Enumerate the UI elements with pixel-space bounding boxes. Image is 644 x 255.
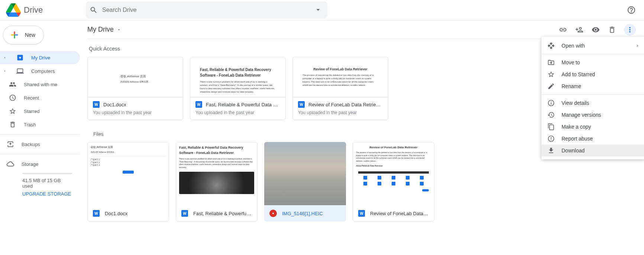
delete-button[interactable] xyxy=(608,25,617,34)
menu-item-open-with[interactable]: Open with xyxy=(541,40,644,52)
menu-item-view-details[interactable]: View details xyxy=(541,97,644,109)
search-options-dropdown[interactable] xyxy=(313,4,324,16)
context-menu: Open withMove toAdd to StarredRenameView… xyxy=(541,37,644,159)
word-icon: W xyxy=(298,101,305,108)
file-card[interactable]: IMG_5146[1].HEIC xyxy=(264,142,346,222)
star-icon xyxy=(547,71,555,78)
star-icon xyxy=(9,107,16,115)
menu-separator xyxy=(541,54,644,54)
menu-item-label: Add to Starred xyxy=(562,71,595,77)
quick-access-card[interactable]: Fast, Reliable & Powerful Data Recovery … xyxy=(190,57,286,120)
history-icon xyxy=(547,111,555,119)
file-name: Review of FoneLab Data Re... xyxy=(370,211,429,216)
word-icon: W xyxy=(93,210,100,217)
sidebar-item-trash[interactable]: Trash xyxy=(0,118,80,131)
file-thumbnail: Fast, Reliable & Powerful Data Recovery … xyxy=(190,57,285,97)
preview-button[interactable] xyxy=(591,25,600,34)
help-button[interactable] xyxy=(626,5,637,15)
menu-item-label: Download xyxy=(562,148,585,154)
move-icon xyxy=(547,59,555,66)
file-thumbnail: Review of FoneLab Data RetrieverThe proc… xyxy=(353,142,434,206)
sidebar-item-my-drive[interactable]: My Drive xyxy=(0,51,80,64)
sidebar-item-label: Storage xyxy=(22,161,39,167)
file-thumbnail: Review of FoneLab Data RetrieverThe proc… xyxy=(293,57,388,97)
word-icon: W xyxy=(93,101,100,108)
rename-icon xyxy=(547,83,555,90)
app-name: Drive xyxy=(24,5,43,15)
file-card[interactable]: Fast, Reliable & Powerful Data Recovery … xyxy=(176,142,258,222)
file-card[interactable]: 谷歌 AdSense 页面您的旧有 AdSense 资料页面...广告单元 1广… xyxy=(87,142,169,222)
file-name: Doc1.docx xyxy=(103,102,126,107)
file-name: IMG_5146[1].HEIC xyxy=(282,211,323,216)
file-thumbnail: 谷歌 AdSense 页面您的旧有 AdSense 资料页面... xyxy=(88,57,183,97)
file-card[interactable]: Review of FoneLab Data RetrieverThe proc… xyxy=(353,142,434,222)
menu-item-rename[interactable]: Rename xyxy=(541,80,644,92)
trash-icon xyxy=(9,121,16,128)
file-subtitle: You uploaded in the past year xyxy=(298,110,383,115)
backup-icon xyxy=(7,141,14,148)
menu-item-add-to-starred[interactable]: Add to Starred xyxy=(541,68,644,80)
menu-item-label: Move to xyxy=(562,59,580,65)
logo-area[interactable]: Drive xyxy=(6,3,86,17)
file-name: Review of FoneLab Data Retriever - t... xyxy=(308,102,383,107)
sidebar-item-starred[interactable]: Starred xyxy=(0,104,80,118)
storage-bar xyxy=(22,173,72,174)
quick-access-card[interactable]: 谷歌 AdSense 页面您的旧有 AdSense 资料页面...WDoc1.d… xyxy=(87,57,183,120)
sidebar-item-label: Recent xyxy=(24,95,39,101)
clock-icon xyxy=(9,94,16,101)
drive-icon xyxy=(16,54,24,61)
menu-item-move-to[interactable]: Move to xyxy=(541,57,644,68)
sidebar-item-shared-with-me[interactable]: Shared with me xyxy=(0,78,80,91)
file-name: Fast, Reliable & Powerful D... xyxy=(193,211,252,216)
chevron-right-icon xyxy=(635,43,640,48)
info-icon xyxy=(547,99,555,107)
sidebar-item-backups[interactable]: Backups xyxy=(0,138,80,151)
report-icon xyxy=(547,135,555,142)
sidebar-item-label: Shared with me xyxy=(24,82,57,87)
new-button[interactable]: New xyxy=(3,26,44,44)
new-button-label: New xyxy=(25,32,35,38)
upgrade-storage-link[interactable]: UPGRADE STORAGE xyxy=(22,191,72,197)
sidebar-item-computers[interactable]: Computers xyxy=(0,64,80,78)
word-icon: W xyxy=(358,210,365,217)
file-name: Doc1.docx xyxy=(105,211,127,216)
word-icon: W xyxy=(181,210,188,217)
menu-item-label: Make a copy xyxy=(562,124,591,130)
sidebar-item-storage[interactable]: Storage xyxy=(0,157,80,171)
menu-item-manage-versions[interactable]: Manage versions xyxy=(541,109,644,121)
breadcrumb[interactable]: My Drive xyxy=(87,26,121,33)
sidebar-item-label: My Drive xyxy=(31,55,50,61)
search-bar[interactable] xyxy=(86,1,327,19)
link-icon xyxy=(559,26,567,34)
sidebar-item-label: Computers xyxy=(31,68,55,74)
dropdown-icon xyxy=(314,6,322,14)
drive-logo-icon xyxy=(6,3,21,17)
more-actions-button[interactable] xyxy=(624,24,636,36)
word-icon: W xyxy=(195,101,202,108)
search-input[interactable] xyxy=(98,7,313,13)
open-with-icon xyxy=(547,42,555,49)
quick-access-card[interactable]: Review of FoneLab Data RetrieverThe proc… xyxy=(292,57,388,120)
svg-point-1 xyxy=(272,213,274,214)
people-icon xyxy=(9,81,16,88)
share-button[interactable] xyxy=(575,25,584,34)
sidebar-item-recent[interactable]: Recent xyxy=(0,91,80,104)
get-link-button[interactable] xyxy=(559,25,567,34)
sidebar-item-label: Starred xyxy=(24,109,40,114)
plus-icon xyxy=(9,30,20,40)
sidebar-item-label: Trash xyxy=(24,122,36,128)
menu-item-download[interactable]: Download xyxy=(541,145,644,156)
breadcrumb-label: My Drive xyxy=(87,26,114,33)
image-icon xyxy=(269,210,277,217)
menu-item-make-a-copy[interactable]: Make a copy xyxy=(541,121,644,133)
sidebar-item-label: Backups xyxy=(22,142,40,147)
copy-icon xyxy=(547,123,555,130)
menu-separator xyxy=(541,94,644,95)
person-add-icon xyxy=(575,26,583,34)
cloud-icon xyxy=(7,160,14,168)
help-icon xyxy=(627,6,636,14)
file-thumbnail: 谷歌 AdSense 页面您的旧有 AdSense 资料页面...广告单元 1广… xyxy=(88,142,169,206)
computer-icon xyxy=(16,67,24,75)
menu-item-report-abuse[interactable]: Report abuse xyxy=(541,133,644,145)
expand-icon xyxy=(3,69,7,73)
